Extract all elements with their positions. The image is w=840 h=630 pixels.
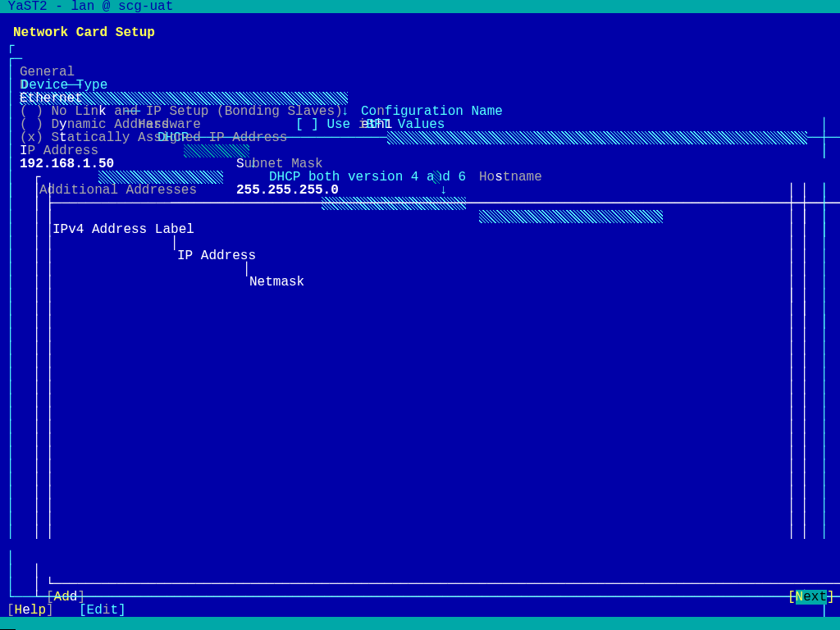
next-button[interactable]: [Next] bbox=[788, 591, 835, 604]
title-bar: YaST2 - lan @ scg-uat bbox=[0, 0, 840, 13]
fkey-bar: F1 Help F3 Add F9 Cancel F10 Next bbox=[0, 617, 840, 630]
page-title: Network Card Setup bbox=[13, 26, 155, 39]
